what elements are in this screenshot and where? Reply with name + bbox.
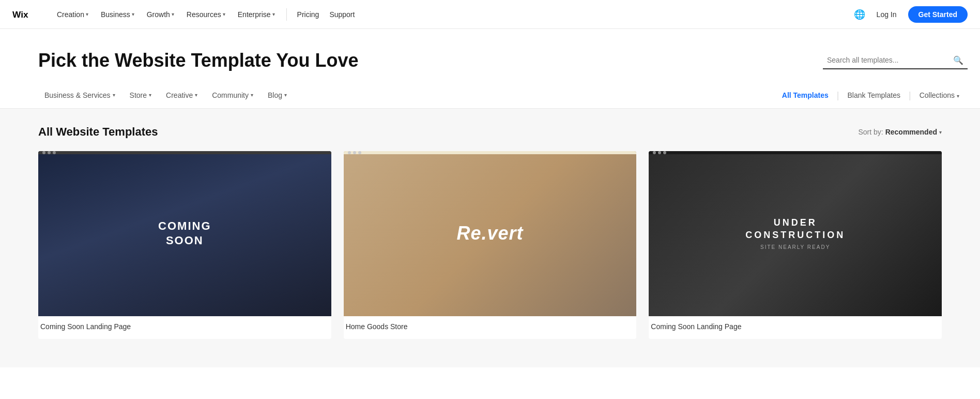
category-right-links: All Templates | Blank Templates | Collec… xyxy=(774,88,968,102)
browser-bar xyxy=(649,151,942,154)
template-info: Coming Soon Landing Page xyxy=(38,316,331,339)
template-name: Home Goods Store xyxy=(346,322,635,331)
template-thumbnail: COMINGSOON xyxy=(38,151,331,316)
browser-dot xyxy=(353,151,356,154)
search-input[interactable] xyxy=(827,56,953,64)
chevron-down-icon: ▾ xyxy=(957,93,959,99)
thumbnail-text: UNDERCONSTRUCTION xyxy=(745,217,845,241)
chevron-down-icon: ▾ xyxy=(172,11,174,17)
browser-bar xyxy=(344,151,637,154)
collections-link[interactable]: Collections ▾ xyxy=(911,88,968,102)
section-header: All Website Templates Sort by: Recommend… xyxy=(38,125,942,139)
search-box: 🔍 xyxy=(823,52,968,69)
cat-creative[interactable]: Creative ▾ xyxy=(160,88,204,102)
nav-links: Creation ▾ Business ▾ Growth ▾ Resources… xyxy=(52,7,854,22)
globe-icon[interactable]: 🌐 xyxy=(854,9,865,20)
category-navigation: Business & Services ▾ Store ▾ Creative ▾… xyxy=(0,82,980,109)
top-navigation: Wix Creation ▾ Business ▾ Growth ▾ Resou… xyxy=(0,0,980,29)
cat-business-services[interactable]: Business & Services ▾ xyxy=(38,88,121,102)
cat-store[interactable]: Store ▾ xyxy=(124,88,158,102)
sort-value: Recommended xyxy=(885,128,937,136)
chevron-down-icon: ▾ xyxy=(272,11,275,17)
template-thumbnail: Re.vert xyxy=(344,151,637,316)
get-started-button[interactable]: Get Started xyxy=(908,6,968,23)
login-button[interactable]: Log In xyxy=(871,7,902,22)
template-card[interactable]: COMINGSOON Coming Soon Landing Page xyxy=(38,151,331,339)
browser-dot xyxy=(658,151,661,154)
template-name: Coming Soon Landing Page xyxy=(40,322,329,331)
thumbnail-text: Re.vert xyxy=(456,223,523,244)
browser-dot xyxy=(42,151,45,154)
main-content: All Website Templates Sort by: Recommend… xyxy=(0,109,980,367)
nav-pricing[interactable]: Pricing xyxy=(293,7,324,22)
chevron-down-icon: ▾ xyxy=(113,92,115,98)
browser-dot xyxy=(48,151,51,154)
browser-dot xyxy=(348,151,351,154)
sort-button[interactable]: Sort by: Recommended ▾ xyxy=(858,128,942,136)
thumbnail-text: COMINGSOON xyxy=(158,219,211,248)
browser-dot xyxy=(663,151,666,154)
nav-support[interactable]: Support xyxy=(325,7,359,22)
template-grid: COMINGSOON Coming Soon Landing Page Re.v… xyxy=(38,151,942,339)
chevron-down-icon: ▾ xyxy=(223,11,225,17)
chevron-down-icon: ▾ xyxy=(149,92,151,98)
search-icon[interactable]: 🔍 xyxy=(953,55,963,65)
browser-dot xyxy=(358,151,361,154)
browser-bar xyxy=(38,151,331,154)
chevron-down-icon: ▾ xyxy=(132,11,134,17)
browser-dot xyxy=(53,151,56,154)
thumbnail-content: UNDERCONSTRUCTION SITE NEARLY READY xyxy=(745,217,845,250)
nav-right: 🌐 Log In Get Started xyxy=(854,6,968,23)
browser-dot xyxy=(653,151,656,154)
chevron-down-icon: ▾ xyxy=(939,129,942,135)
section-title: All Website Templates xyxy=(38,125,158,139)
cat-community[interactable]: Community ▾ xyxy=(206,88,259,102)
blank-templates-link[interactable]: Blank Templates xyxy=(839,88,908,102)
template-card[interactable]: Re.vert Home Goods Store xyxy=(344,151,637,339)
page-title: Pick the Website Template You Love xyxy=(38,50,359,71)
template-card[interactable]: UNDERCONSTRUCTION SITE NEARLY READY Comi… xyxy=(649,151,942,339)
thumbnail-subtext: SITE NEARLY READY xyxy=(745,244,845,250)
nav-business[interactable]: Business ▾ xyxy=(96,7,140,22)
cat-blog[interactable]: Blog ▾ xyxy=(262,88,293,102)
chevron-down-icon: ▾ xyxy=(86,11,88,17)
nav-enterprise[interactable]: Enterprise ▾ xyxy=(233,7,280,22)
all-templates-link[interactable]: All Templates xyxy=(774,88,837,102)
template-info: Coming Soon Landing Page xyxy=(649,316,942,339)
nav-creation[interactable]: Creation ▾ xyxy=(52,7,94,22)
hero-section: Pick the Website Template You Love 🔍 xyxy=(0,29,980,82)
template-name: Coming Soon Landing Page xyxy=(651,322,940,331)
chevron-down-icon: ▾ xyxy=(195,92,197,98)
nav-divider xyxy=(286,8,287,21)
wix-logo[interactable]: Wix xyxy=(12,9,35,20)
svg-text:Wix: Wix xyxy=(12,9,28,20)
category-left-links: Business & Services ▾ Store ▾ Creative ▾… xyxy=(38,88,774,102)
chevron-down-icon: ▾ xyxy=(284,92,287,98)
nav-growth[interactable]: Growth ▾ xyxy=(142,7,179,22)
sort-label: Sort by: xyxy=(858,128,883,136)
chevron-down-icon: ▾ xyxy=(251,92,253,98)
template-thumbnail: UNDERCONSTRUCTION SITE NEARLY READY xyxy=(649,151,942,316)
template-info: Home Goods Store xyxy=(344,316,637,339)
nav-resources[interactable]: Resources ▾ xyxy=(181,7,231,22)
